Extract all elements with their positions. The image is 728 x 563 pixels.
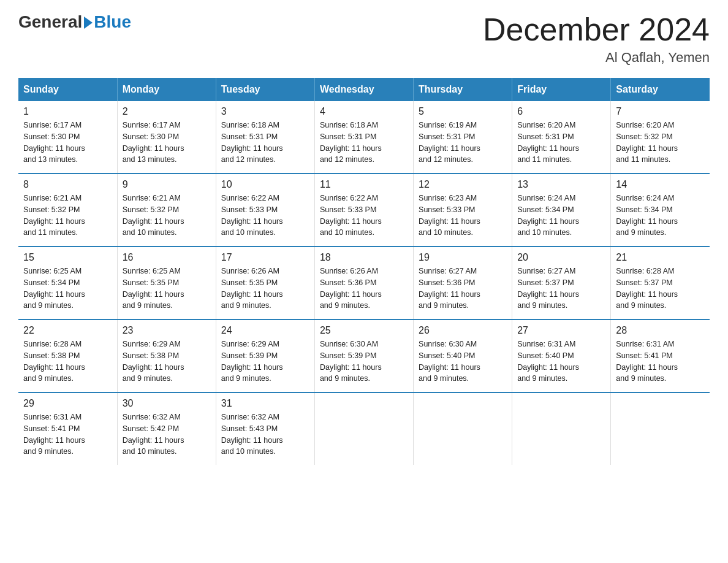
day-info: Sunrise: 6:18 AM Sunset: 5:31 PM Dayligh…: [221, 120, 309, 166]
calendar-day-header: Wednesday: [314, 78, 413, 101]
calendar-cell: 14Sunrise: 6:24 AM Sunset: 5:34 PM Dayli…: [611, 174, 710, 247]
calendar-cell: 22Sunrise: 6:28 AM Sunset: 5:38 PM Dayli…: [18, 320, 117, 393]
calendar-cell: 13Sunrise: 6:24 AM Sunset: 5:34 PM Dayli…: [512, 174, 611, 247]
calendar-week-row: 15Sunrise: 6:25 AM Sunset: 5:34 PM Dayli…: [18, 247, 710, 320]
day-info: Sunrise: 6:28 AM Sunset: 5:37 PM Dayligh…: [616, 266, 705, 312]
calendar-cell: 20Sunrise: 6:27 AM Sunset: 5:37 PM Dayli…: [512, 247, 611, 320]
day-info: Sunrise: 6:22 AM Sunset: 5:33 PM Dayligh…: [221, 193, 309, 239]
day-info: Sunrise: 6:17 AM Sunset: 5:30 PM Dayligh…: [123, 120, 211, 166]
calendar-cell: 6Sunrise: 6:20 AM Sunset: 5:31 PM Daylig…: [512, 101, 611, 174]
day-number: 26: [419, 325, 507, 336]
calendar-cell: 11Sunrise: 6:22 AM Sunset: 5:33 PM Dayli…: [314, 174, 413, 247]
day-info: Sunrise: 6:28 AM Sunset: 5:38 PM Dayligh…: [23, 339, 112, 385]
day-number: 31: [221, 398, 309, 409]
calendar-cell: 9Sunrise: 6:21 AM Sunset: 5:32 PM Daylig…: [117, 174, 216, 247]
calendar-header-row: SundayMondayTuesdayWednesdayThursdayFrid…: [18, 78, 710, 101]
day-number: 8: [23, 179, 112, 190]
day-info: Sunrise: 6:31 AM Sunset: 5:41 PM Dayligh…: [616, 339, 705, 385]
calendar-cell: 29Sunrise: 6:31 AM Sunset: 5:41 PM Dayli…: [18, 393, 117, 465]
day-number: 29: [23, 398, 112, 409]
day-number: 24: [221, 325, 309, 336]
day-number: 12: [419, 179, 507, 190]
calendar-cell: 28Sunrise: 6:31 AM Sunset: 5:41 PM Dayli…: [611, 320, 710, 393]
calendar-cell: 17Sunrise: 6:26 AM Sunset: 5:35 PM Dayli…: [216, 247, 314, 320]
calendar-cell: 18Sunrise: 6:26 AM Sunset: 5:36 PM Dayli…: [314, 247, 413, 320]
day-number: 18: [320, 252, 408, 263]
calendar-cell: 21Sunrise: 6:28 AM Sunset: 5:37 PM Dayli…: [611, 247, 710, 320]
day-info: Sunrise: 6:32 AM Sunset: 5:42 PM Dayligh…: [123, 412, 211, 458]
day-info: Sunrise: 6:27 AM Sunset: 5:36 PM Dayligh…: [419, 266, 507, 312]
day-info: Sunrise: 6:25 AM Sunset: 5:35 PM Dayligh…: [123, 266, 211, 312]
calendar-cell: 8Sunrise: 6:21 AM Sunset: 5:32 PM Daylig…: [18, 174, 117, 247]
calendar-cell: 3Sunrise: 6:18 AM Sunset: 5:31 PM Daylig…: [216, 101, 314, 174]
calendar-cell: 26Sunrise: 6:30 AM Sunset: 5:40 PM Dayli…: [414, 320, 512, 393]
day-info: Sunrise: 6:24 AM Sunset: 5:34 PM Dayligh…: [517, 193, 605, 239]
calendar-cell: 7Sunrise: 6:20 AM Sunset: 5:32 PM Daylig…: [611, 101, 710, 174]
calendar-day-header: Tuesday: [216, 78, 314, 101]
logo: General Blue: [18, 12, 131, 32]
day-info: Sunrise: 6:31 AM Sunset: 5:41 PM Dayligh…: [23, 412, 112, 458]
day-number: 7: [616, 106, 705, 117]
calendar-cell: 1Sunrise: 6:17 AM Sunset: 5:30 PM Daylig…: [18, 101, 117, 174]
day-number: 28: [616, 325, 705, 336]
calendar-cell: 31Sunrise: 6:32 AM Sunset: 5:43 PM Dayli…: [216, 393, 314, 465]
day-number: 27: [517, 325, 605, 336]
day-info: Sunrise: 6:26 AM Sunset: 5:35 PM Dayligh…: [221, 266, 309, 312]
calendar-week-row: 29Sunrise: 6:31 AM Sunset: 5:41 PM Dayli…: [18, 393, 710, 465]
day-number: 10: [221, 179, 309, 190]
day-info: Sunrise: 6:29 AM Sunset: 5:38 PM Dayligh…: [123, 339, 211, 385]
day-number: 1: [23, 106, 112, 117]
day-info: Sunrise: 6:26 AM Sunset: 5:36 PM Dayligh…: [320, 266, 408, 312]
month-title: December 2024: [483, 12, 710, 47]
calendar-cell: 25Sunrise: 6:30 AM Sunset: 5:39 PM Dayli…: [314, 320, 413, 393]
day-info: Sunrise: 6:20 AM Sunset: 5:31 PM Dayligh…: [517, 120, 605, 166]
calendar-cell: 12Sunrise: 6:23 AM Sunset: 5:33 PM Dayli…: [414, 174, 512, 247]
calendar-day-header: Thursday: [414, 78, 512, 101]
day-info: Sunrise: 6:30 AM Sunset: 5:39 PM Dayligh…: [320, 339, 408, 385]
day-number: 2: [123, 106, 211, 117]
calendar-cell: 23Sunrise: 6:29 AM Sunset: 5:38 PM Dayli…: [117, 320, 216, 393]
day-number: 22: [23, 325, 112, 336]
calendar-cell: 24Sunrise: 6:29 AM Sunset: 5:39 PM Dayli…: [216, 320, 314, 393]
calendar-table: SundayMondayTuesdayWednesdayThursdayFrid…: [18, 78, 710, 465]
day-info: Sunrise: 6:25 AM Sunset: 5:34 PM Dayligh…: [23, 266, 112, 312]
calendar-cell: 27Sunrise: 6:31 AM Sunset: 5:40 PM Dayli…: [512, 320, 611, 393]
calendar-cell: 16Sunrise: 6:25 AM Sunset: 5:35 PM Dayli…: [117, 247, 216, 320]
day-info: Sunrise: 6:20 AM Sunset: 5:32 PM Dayligh…: [616, 120, 705, 166]
day-info: Sunrise: 6:22 AM Sunset: 5:33 PM Dayligh…: [320, 193, 408, 239]
day-number: 11: [320, 179, 408, 190]
day-number: 25: [320, 325, 408, 336]
calendar-week-row: 8Sunrise: 6:21 AM Sunset: 5:32 PM Daylig…: [18, 174, 710, 247]
calendar-day-header: Monday: [117, 78, 216, 101]
day-info: Sunrise: 6:32 AM Sunset: 5:43 PM Dayligh…: [221, 412, 309, 458]
day-number: 19: [419, 252, 507, 263]
calendar-cell: 2Sunrise: 6:17 AM Sunset: 5:30 PM Daylig…: [117, 101, 216, 174]
calendar-cell: 5Sunrise: 6:19 AM Sunset: 5:31 PM Daylig…: [414, 101, 512, 174]
day-number: 6: [517, 106, 605, 117]
page-header: General Blue December 2024 Al Qaflah, Ye…: [18, 12, 710, 66]
calendar-day-header: Saturday: [611, 78, 710, 101]
day-number: 5: [419, 106, 507, 117]
calendar-cell: [512, 393, 611, 465]
day-info: Sunrise: 6:30 AM Sunset: 5:40 PM Dayligh…: [419, 339, 507, 385]
day-info: Sunrise: 6:27 AM Sunset: 5:37 PM Dayligh…: [517, 266, 605, 312]
day-number: 9: [123, 179, 211, 190]
day-number: 23: [123, 325, 211, 336]
title-section: December 2024 Al Qaflah, Yemen: [483, 12, 710, 66]
calendar-cell: 10Sunrise: 6:22 AM Sunset: 5:33 PM Dayli…: [216, 174, 314, 247]
day-info: Sunrise: 6:31 AM Sunset: 5:40 PM Dayligh…: [517, 339, 605, 385]
day-number: 15: [23, 252, 112, 263]
day-number: 17: [221, 252, 309, 263]
day-info: Sunrise: 6:29 AM Sunset: 5:39 PM Dayligh…: [221, 339, 309, 385]
calendar-cell: 15Sunrise: 6:25 AM Sunset: 5:34 PM Dayli…: [18, 247, 117, 320]
calendar-cell: [314, 393, 413, 465]
logo-arrow-icon: [84, 17, 93, 29]
logo-blue-text: Blue: [94, 12, 131, 32]
day-info: Sunrise: 6:17 AM Sunset: 5:30 PM Dayligh…: [23, 120, 112, 166]
day-number: 20: [517, 252, 605, 263]
day-info: Sunrise: 6:23 AM Sunset: 5:33 PM Dayligh…: [419, 193, 507, 239]
day-info: Sunrise: 6:21 AM Sunset: 5:32 PM Dayligh…: [123, 193, 211, 239]
calendar-cell: 19Sunrise: 6:27 AM Sunset: 5:36 PM Dayli…: [414, 247, 512, 320]
day-number: 4: [320, 106, 408, 117]
day-info: Sunrise: 6:18 AM Sunset: 5:31 PM Dayligh…: [320, 120, 408, 166]
